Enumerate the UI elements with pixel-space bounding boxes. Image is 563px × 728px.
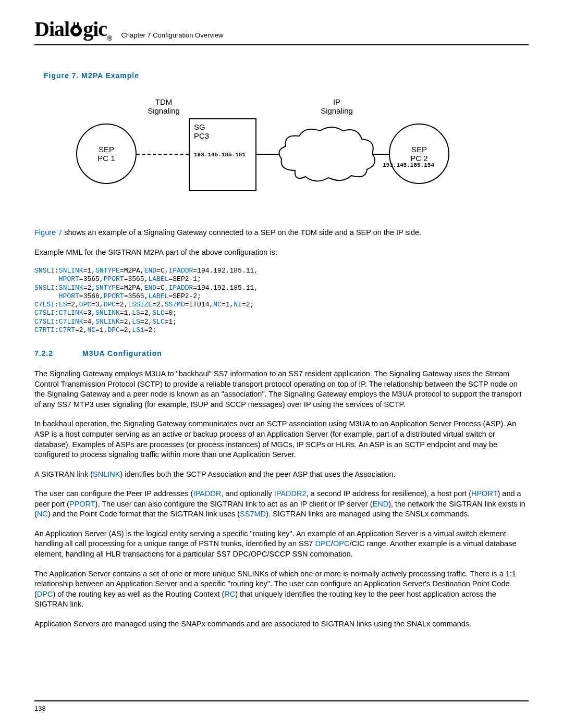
para-m3ua-3: A SIGTRAN link (SNLINK) identifies both … bbox=[34, 470, 529, 480]
ip-cloud-icon bbox=[274, 124, 378, 186]
sg-pc3: SG PC3 193.145.185.151 bbox=[189, 118, 256, 191]
tdm-label: TDM Signaling bbox=[132, 97, 195, 115]
svg-point-3 bbox=[74, 28, 79, 33]
mml-intro: Example MML for the SIGTRAN M2PA part of… bbox=[34, 248, 529, 258]
m2pa-diagram: TDM Signaling IP Signaling SEP PC 1 SG P… bbox=[76, 97, 504, 212]
logo-left: Dial bbox=[34, 17, 69, 41]
figure-caption: Figure 7. M2PA Example bbox=[44, 71, 529, 80]
logo-right: gic bbox=[83, 17, 107, 41]
logo: Dialgic® bbox=[34, 19, 112, 42]
para-m3ua-5: An Application Server (AS) is the logica… bbox=[34, 529, 529, 560]
para-m3ua-4: The user can configure the Peer IP addre… bbox=[34, 489, 529, 520]
figure-desc: Figure 7 shows an example of a Signaling… bbox=[34, 228, 529, 238]
section-heading: 7.2.2M3UA Configuration bbox=[34, 349, 529, 357]
page-number: 138 bbox=[34, 705, 46, 712]
section-number: 7.2.2 bbox=[34, 349, 82, 357]
figure-ref: Figure 7 bbox=[34, 228, 62, 237]
ip-label: IP Signaling bbox=[305, 97, 368, 115]
tdm-link-line bbox=[137, 154, 189, 155]
para-m3ua-1: The Signaling Gateway employs M3UA to "b… bbox=[34, 369, 529, 410]
sep-pc1: SEP PC 1 bbox=[76, 124, 137, 184]
chapter-title: Chapter 7 Configuration Overview bbox=[121, 31, 223, 42]
sep-pc2: SEP PC 2 bbox=[389, 124, 449, 184]
svg-rect-1 bbox=[74, 22, 75, 28]
sg-ip: 193.145.185.151 bbox=[194, 152, 251, 158]
section-title: M3UA Configuration bbox=[82, 349, 162, 357]
para-m3ua-7: Application Servers are managed using th… bbox=[34, 619, 529, 630]
sep2-ip: 193.145.185.154 bbox=[383, 162, 434, 168]
plug-icon bbox=[69, 20, 83, 41]
mml-example: SNSLI:SNLINK=1,SNTYPE=M2PA,END=C,IPADDR=… bbox=[34, 267, 529, 335]
para-m3ua-6: The Application Server contains a set of… bbox=[34, 569, 529, 610]
page-header: Dialgic® Chapter 7 Configuration Overvie… bbox=[34, 19, 529, 45]
page-footer: 138 bbox=[34, 700, 529, 712]
registered-icon: ® bbox=[107, 34, 112, 42]
para-m3ua-2: In backhaul operation, the Signaling Gat… bbox=[34, 419, 529, 460]
svg-rect-2 bbox=[77, 22, 79, 28]
